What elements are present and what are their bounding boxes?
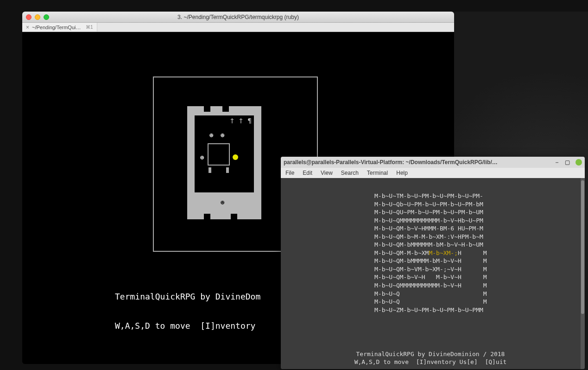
menu-edit[interactable]: Edit [303, 170, 312, 176]
menu-help[interactable]: Help [396, 170, 408, 176]
npc-face-icon: ☻ [221, 132, 224, 139]
wall-notch [231, 214, 237, 219]
status-line: TerminalQuickRPG by DivineDom [115, 292, 260, 301]
game-room-panel: † † ¶ ☻ ☻ ☻ ☻ [187, 106, 261, 219]
npc-face-icon: ☻ [209, 132, 213, 139]
tab-label: ~/Pending/TermQuic… [32, 25, 83, 30]
close-button[interactable] [26, 14, 32, 20]
npc-face-icon: ☻ [221, 199, 224, 206]
maximize-button[interactable] [44, 14, 49, 20]
wall-notch [222, 106, 229, 112]
player-marker [233, 154, 238, 160]
maximize-button[interactable]: ▢ [563, 159, 571, 166]
mac-tabbar: × ~/Pending/TermQuic… ⌘1 [22, 23, 454, 32]
menu-terminal[interactable]: Terminal [367, 170, 388, 176]
game-status-text: TerminalQuickRPG by DivineDom W,A,S,D to… [115, 272, 260, 350]
menu-file[interactable]: File [285, 170, 294, 176]
game-table [208, 143, 230, 166]
scrollbar-thumb[interactable] [581, 180, 584, 314]
scrollbar[interactable] [581, 178, 585, 369]
linux-terminal-content[interactable]: M-b~U~TM-b~U~PM-b~U~PM-b~U~PM- M-b~U~Qb~… [281, 178, 585, 369]
game-room-interior: † † ¶ ☻ ☻ ☻ [195, 115, 254, 192]
mac-traffic-lights [26, 14, 49, 20]
minimize-button[interactable] [35, 14, 40, 20]
npc-face-icon: ☻ [200, 154, 204, 161]
minimize-button[interactable]: – [553, 159, 561, 166]
wall-notch [204, 214, 210, 219]
game-status-text: TerminalQuickRPG by DivineDominion / 201… [281, 350, 580, 366]
game-map-ascii: M-b~U~TM-b~U~PM-b~U~PM-b~U~PM- M-b~U~Qb~… [374, 192, 579, 314]
wall-notch [204, 106, 210, 112]
linux-titlebar[interactable]: parallels@parallels-Parallels-Virtual-Pl… [281, 157, 585, 168]
menu-search[interactable]: Search [341, 170, 359, 176]
window-title: parallels@parallels-Parallels-Virtual-Pl… [284, 159, 550, 166]
tab-close-icon[interactable]: × [26, 25, 29, 30]
tab-shortcut: ⌘1 [86, 25, 93, 30]
terminal-tab[interactable]: × ~/Pending/TermQuic… ⌘1 [22, 23, 97, 32]
close-button[interactable] [575, 159, 582, 166]
linux-terminal-window: parallels@parallels-Parallels-Virtual-Pl… [281, 157, 585, 369]
item-glyphs: † † ¶ [230, 117, 252, 124]
linux-menubar: File Edit View Search Terminal Help [281, 168, 585, 178]
status-line: W,A,S,D to move [I]nventory [115, 321, 260, 331]
window-title: 3. ~/Pending/TermQuickRPG/termquickrpg (… [22, 14, 454, 20]
menu-view[interactable]: View [321, 170, 333, 176]
mac-titlebar[interactable]: 3. ~/Pending/TermQuickRPG/termquickrpg (… [22, 12, 454, 23]
game-table-legs [209, 167, 229, 173]
